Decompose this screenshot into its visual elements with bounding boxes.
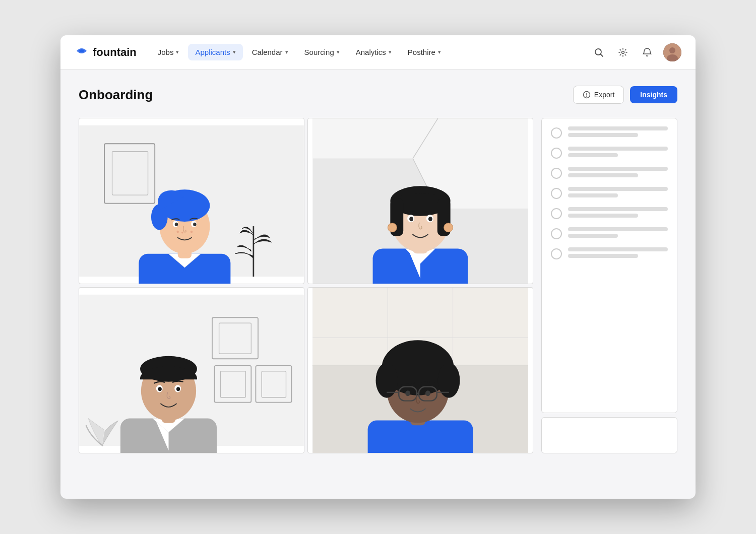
content-area <box>79 118 677 453</box>
nav-calendar[interactable]: Calendar ▾ <box>245 44 295 60</box>
checklist-item-7 <box>551 247 668 259</box>
checklist-item-4 <box>551 187 668 199</box>
checklist-item-6 <box>551 227 668 239</box>
logo-icon <box>75 45 89 60</box>
header-actions: Export Insights <box>573 86 677 104</box>
check-circle-4[interactable] <box>551 188 562 199</box>
nav-posthire-chevron: ▾ <box>438 49 441 55</box>
nav-jobs-chevron: ▾ <box>176 49 179 55</box>
check-circle-7[interactable] <box>551 248 562 259</box>
search-icon <box>594 47 604 57</box>
bell-icon <box>642 47 652 57</box>
check-circle-2[interactable] <box>551 148 562 159</box>
video-cell-3 <box>79 287 304 453</box>
video-grid <box>79 118 533 453</box>
checklist-item-1 <box>551 126 668 139</box>
checklist-item-3 <box>551 167 668 179</box>
nav-posthire-label: Posthire <box>408 48 435 56</box>
svg-point-35 <box>444 223 453 232</box>
checklist-item-2 <box>551 147 668 159</box>
check-lines-2 <box>568 147 668 157</box>
video-cell-1 <box>79 118 304 284</box>
navbar: fountain Jobs ▾ Applicants ▾ Calendar ▾ … <box>60 35 696 70</box>
check-line <box>568 133 638 137</box>
svg-point-39 <box>428 217 432 221</box>
check-line <box>568 234 618 238</box>
bottom-card <box>541 417 677 453</box>
check-line <box>568 167 668 171</box>
check-line <box>568 173 638 177</box>
check-line <box>568 254 638 258</box>
export-icon <box>583 91 591 99</box>
nav-analytics-label: Analytics <box>356 48 386 56</box>
notifications-button[interactable] <box>639 44 655 60</box>
check-circle-3[interactable] <box>551 168 562 179</box>
check-line <box>568 187 668 191</box>
logo[interactable]: fountain <box>75 45 137 60</box>
check-line <box>568 247 668 251</box>
check-line <box>568 207 668 211</box>
checklist-card <box>541 118 677 413</box>
svg-point-19 <box>175 223 178 226</box>
nav-applicants-label: Applicants <box>195 48 230 56</box>
sidebar-panel <box>541 118 677 453</box>
logo-text: fountain <box>93 46 137 59</box>
search-button[interactable] <box>591 44 607 60</box>
svg-point-2 <box>622 51 624 53</box>
nav-calendar-label: Calendar <box>252 48 283 56</box>
svg-point-38 <box>409 217 413 221</box>
svg-point-34 <box>388 223 397 232</box>
video-cell-2 <box>307 118 533 284</box>
video-cell-4 <box>307 287 533 453</box>
check-circle-5[interactable] <box>551 208 562 219</box>
svg-point-23 <box>191 231 193 233</box>
check-circle-6[interactable] <box>551 228 562 239</box>
settings-button[interactable] <box>615 44 631 60</box>
nav-posthire[interactable]: Posthire ▾ <box>401 44 448 60</box>
check-line <box>568 153 618 157</box>
check-line <box>568 147 668 151</box>
nav-applicants-chevron: ▾ <box>233 49 236 55</box>
svg-point-22 <box>181 232 183 234</box>
insights-label: Insights <box>640 91 667 99</box>
svg-point-75 <box>405 390 410 396</box>
page-title: Onboarding <box>79 87 153 103</box>
avatar[interactable] <box>663 43 681 61</box>
nav-sourcing[interactable]: Sourcing ▾ <box>297 44 347 60</box>
check-line <box>568 214 638 218</box>
check-line <box>568 126 668 130</box>
nav-icons <box>591 43 681 61</box>
export-button[interactable]: Export <box>573 86 624 104</box>
check-lines-1 <box>568 126 668 137</box>
svg-line-1 <box>601 54 603 56</box>
gear-icon <box>618 47 628 57</box>
main-content: Onboarding Export Insights <box>60 70 696 470</box>
nav-sourcing-label: Sourcing <box>304 48 334 56</box>
svg-point-20 <box>193 223 196 226</box>
svg-point-54 <box>176 387 180 391</box>
nav-calendar-chevron: ▾ <box>285 49 288 55</box>
check-lines-5 <box>568 207 668 218</box>
check-line <box>568 193 618 197</box>
nav-applicants[interactable]: Applicants ▾ <box>188 44 242 60</box>
check-line <box>568 227 668 231</box>
export-label: Export <box>594 91 614 99</box>
svg-point-21 <box>176 231 179 233</box>
check-circle-1[interactable] <box>551 127 562 139</box>
nav-jobs-label: Jobs <box>158 48 174 56</box>
check-lines-6 <box>568 227 668 238</box>
svg-point-53 <box>158 387 162 391</box>
nav-jobs[interactable]: Jobs ▾ <box>151 44 186 60</box>
check-lines-7 <box>568 247 668 258</box>
page-header: Onboarding Export Insights <box>79 86 677 104</box>
nav-analytics[interactable]: Analytics ▾ <box>349 44 399 60</box>
app-window: fountain Jobs ▾ Applicants ▾ Calendar ▾ … <box>60 35 696 499</box>
check-lines-3 <box>568 167 668 177</box>
svg-point-76 <box>425 390 430 396</box>
check-lines-4 <box>568 187 668 197</box>
checklist-item-5 <box>551 207 668 219</box>
nav-sourcing-chevron: ▾ <box>337 49 340 55</box>
insights-button[interactable]: Insights <box>630 86 677 103</box>
nav-analytics-chevron: ▾ <box>389 49 392 55</box>
svg-point-4 <box>669 47 675 53</box>
